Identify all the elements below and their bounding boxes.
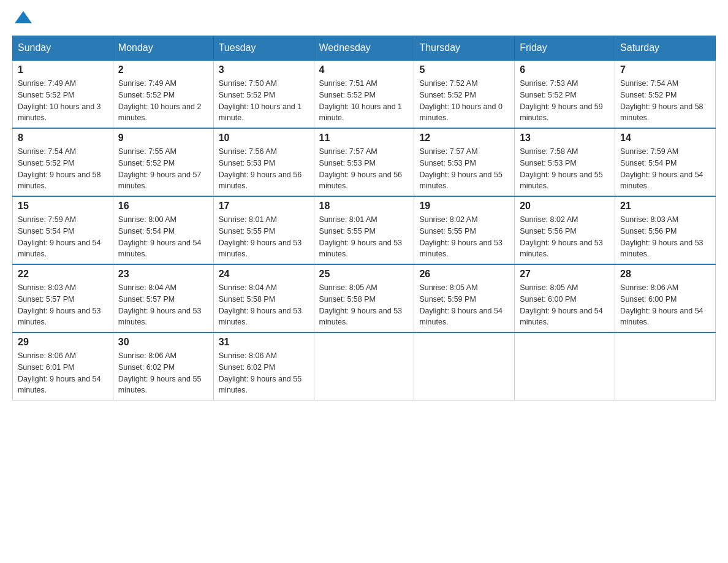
week-row-3: 15Sunrise: 7:59 AMSunset: 5:54 PMDayligh… — [13, 196, 716, 264]
day-number: 12 — [419, 132, 509, 144]
calendar-cell: 13Sunrise: 7:58 AMSunset: 5:53 PMDayligh… — [515, 128, 615, 196]
day-number: 22 — [18, 269, 108, 280]
day-info: Sunrise: 7:54 AMSunset: 5:52 PMDaylight:… — [620, 78, 710, 124]
weekday-header-tuesday: Tuesday — [213, 36, 314, 61]
day-number: 28 — [620, 269, 710, 280]
day-number: 8 — [18, 132, 108, 144]
calendar-cell: 18Sunrise: 8:01 AMSunset: 5:55 PMDayligh… — [314, 196, 414, 264]
day-number: 19 — [419, 201, 509, 212]
week-row-5: 29Sunrise: 8:06 AMSunset: 6:01 PMDayligh… — [13, 332, 716, 400]
calendar-table: SundayMondayTuesdayWednesdayThursdayFrid… — [12, 36, 716, 400]
day-number: 17 — [219, 201, 309, 212]
day-info: Sunrise: 8:05 AMSunset: 6:00 PMDaylight:… — [520, 282, 610, 328]
day-number: 14 — [620, 132, 710, 144]
day-number: 9 — [118, 132, 208, 144]
calendar-cell: 19Sunrise: 8:02 AMSunset: 5:55 PMDayligh… — [414, 196, 515, 264]
day-info: Sunrise: 7:55 AMSunset: 5:52 PMDaylight:… — [118, 146, 208, 192]
day-info: Sunrise: 7:51 AMSunset: 5:52 PMDaylight:… — [319, 78, 409, 124]
day-number: 23 — [118, 269, 208, 280]
day-number: 25 — [319, 269, 409, 280]
day-info: Sunrise: 8:06 AMSunset: 6:02 PMDaylight:… — [219, 350, 309, 396]
weekday-header-monday: Monday — [113, 36, 213, 61]
day-number: 10 — [219, 132, 309, 144]
day-info: Sunrise: 7:50 AMSunset: 5:52 PMDaylight:… — [219, 78, 309, 124]
svg-marker-0 — [15, 11, 32, 23]
calendar-cell: 26Sunrise: 8:05 AMSunset: 5:59 PMDayligh… — [414, 264, 515, 332]
day-number: 3 — [219, 64, 309, 75]
weekday-header-row: SundayMondayTuesdayWednesdayThursdayFrid… — [13, 36, 716, 61]
day-number: 29 — [18, 337, 108, 348]
day-number: 11 — [319, 132, 409, 144]
weekday-header-saturday: Saturday — [615, 36, 716, 61]
day-number: 2 — [118, 64, 208, 75]
calendar-cell: 25Sunrise: 8:05 AMSunset: 5:58 PMDayligh… — [314, 264, 414, 332]
calendar-cell: 12Sunrise: 7:57 AMSunset: 5:53 PMDayligh… — [414, 128, 515, 196]
day-info: Sunrise: 7:49 AMSunset: 5:52 PMDaylight:… — [118, 78, 208, 124]
calendar-cell: 20Sunrise: 8:02 AMSunset: 5:56 PMDayligh… — [515, 196, 615, 264]
day-info: Sunrise: 8:02 AMSunset: 5:56 PMDaylight:… — [520, 214, 610, 260]
calendar-cell: 14Sunrise: 7:59 AMSunset: 5:54 PMDayligh… — [615, 128, 716, 196]
day-info: Sunrise: 8:06 AMSunset: 6:02 PMDaylight:… — [118, 350, 208, 396]
day-number: 13 — [520, 132, 610, 144]
day-info: Sunrise: 8:04 AMSunset: 5:57 PMDaylight:… — [118, 282, 208, 328]
day-info: Sunrise: 8:06 AMSunset: 6:01 PMDaylight:… — [18, 350, 108, 396]
calendar-cell: 30Sunrise: 8:06 AMSunset: 6:02 PMDayligh… — [113, 332, 213, 400]
day-info: Sunrise: 7:57 AMSunset: 5:53 PMDaylight:… — [419, 146, 509, 192]
day-info: Sunrise: 7:56 AMSunset: 5:53 PMDaylight:… — [219, 146, 309, 192]
calendar-cell: 29Sunrise: 8:06 AMSunset: 6:01 PMDayligh… — [13, 332, 113, 400]
calendar-cell: 9Sunrise: 7:55 AMSunset: 5:52 PMDaylight… — [113, 128, 213, 196]
calendar-cell — [615, 332, 716, 400]
calendar-cell — [515, 332, 615, 400]
day-info: Sunrise: 7:59 AMSunset: 5:54 PMDaylight:… — [620, 146, 710, 192]
weekday-header-thursday: Thursday — [414, 36, 515, 61]
day-info: Sunrise: 7:53 AMSunset: 5:52 PMDaylight:… — [520, 78, 610, 124]
calendar-cell: 4Sunrise: 7:51 AMSunset: 5:52 PMDaylight… — [314, 60, 414, 128]
day-number: 15 — [18, 201, 108, 212]
day-info: Sunrise: 7:57 AMSunset: 5:53 PMDaylight:… — [319, 146, 409, 192]
day-number: 27 — [520, 269, 610, 280]
calendar-cell: 27Sunrise: 8:05 AMSunset: 6:00 PMDayligh… — [515, 264, 615, 332]
day-info: Sunrise: 8:05 AMSunset: 5:59 PMDaylight:… — [419, 282, 509, 328]
weekday-header-wednesday: Wednesday — [314, 36, 414, 61]
day-number: 20 — [520, 201, 610, 212]
calendar-cell: 10Sunrise: 7:56 AMSunset: 5:53 PMDayligh… — [213, 128, 314, 196]
logo-arrow-icon — [15, 11, 32, 26]
day-info: Sunrise: 7:54 AMSunset: 5:52 PMDaylight:… — [18, 146, 108, 192]
day-info: Sunrise: 8:04 AMSunset: 5:58 PMDaylight:… — [219, 282, 309, 328]
day-info: Sunrise: 7:52 AMSunset: 5:52 PMDaylight:… — [419, 78, 509, 124]
calendar-cell: 17Sunrise: 8:01 AMSunset: 5:55 PMDayligh… — [213, 196, 314, 264]
calendar-cell: 16Sunrise: 8:00 AMSunset: 5:54 PMDayligh… — [113, 196, 213, 264]
day-info: Sunrise: 8:06 AMSunset: 6:00 PMDaylight:… — [620, 282, 710, 328]
calendar-cell: 24Sunrise: 8:04 AMSunset: 5:58 PMDayligh… — [213, 264, 314, 332]
day-number: 6 — [520, 64, 610, 75]
day-number: 4 — [319, 64, 409, 75]
calendar-cell: 3Sunrise: 7:50 AMSunset: 5:52 PMDaylight… — [213, 60, 314, 128]
page-header — [12, 12, 716, 23]
day-number: 1 — [18, 64, 108, 75]
day-number: 24 — [219, 269, 309, 280]
day-info: Sunrise: 7:58 AMSunset: 5:53 PMDaylight:… — [520, 146, 610, 192]
calendar-cell: 31Sunrise: 8:06 AMSunset: 6:02 PMDayligh… — [213, 332, 314, 400]
day-number: 5 — [419, 64, 509, 75]
calendar-cell: 5Sunrise: 7:52 AMSunset: 5:52 PMDaylight… — [414, 60, 515, 128]
day-info: Sunrise: 8:00 AMSunset: 5:54 PMDaylight:… — [118, 214, 208, 260]
calendar-cell: 7Sunrise: 7:54 AMSunset: 5:52 PMDaylight… — [615, 60, 716, 128]
calendar-cell: 2Sunrise: 7:49 AMSunset: 5:52 PMDaylight… — [113, 60, 213, 128]
calendar-cell: 22Sunrise: 8:03 AMSunset: 5:57 PMDayligh… — [13, 264, 113, 332]
calendar-cell: 28Sunrise: 8:06 AMSunset: 6:00 PMDayligh… — [615, 264, 716, 332]
day-number: 26 — [419, 269, 509, 280]
calendar-cell: 1Sunrise: 7:49 AMSunset: 5:52 PMDaylight… — [13, 60, 113, 128]
calendar-cell: 8Sunrise: 7:54 AMSunset: 5:52 PMDaylight… — [13, 128, 113, 196]
calendar-cell: 11Sunrise: 7:57 AMSunset: 5:53 PMDayligh… — [314, 128, 414, 196]
week-row-2: 8Sunrise: 7:54 AMSunset: 5:52 PMDaylight… — [13, 128, 716, 196]
calendar-cell: 21Sunrise: 8:03 AMSunset: 5:56 PMDayligh… — [615, 196, 716, 264]
week-row-4: 22Sunrise: 8:03 AMSunset: 5:57 PMDayligh… — [13, 264, 716, 332]
calendar-cell — [314, 332, 414, 400]
day-number: 7 — [620, 64, 710, 75]
day-info: Sunrise: 7:59 AMSunset: 5:54 PMDaylight:… — [18, 214, 108, 260]
logo — [12, 12, 32, 23]
day-info: Sunrise: 8:01 AMSunset: 5:55 PMDaylight:… — [219, 214, 309, 260]
day-number: 30 — [118, 337, 208, 348]
day-info: Sunrise: 8:03 AMSunset: 5:56 PMDaylight:… — [620, 214, 710, 260]
calendar-cell: 6Sunrise: 7:53 AMSunset: 5:52 PMDaylight… — [515, 60, 615, 128]
